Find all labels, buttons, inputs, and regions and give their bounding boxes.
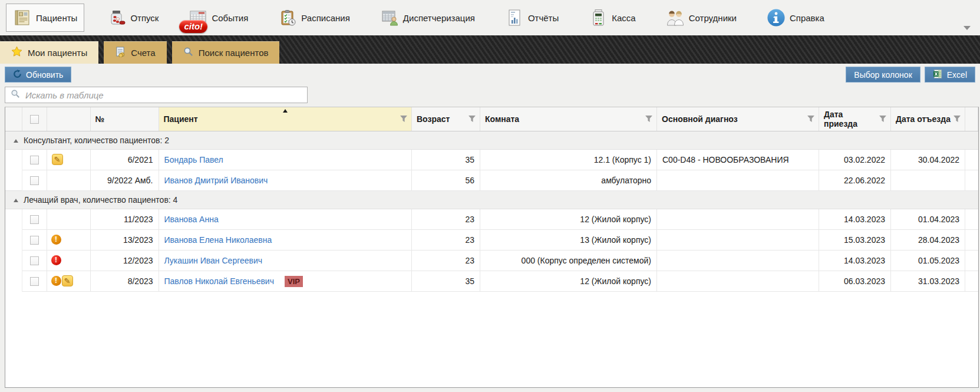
group-header-row[interactable]: Лечащий врач, количество пациентов: 4: [5, 190, 978, 209]
patient-row[interactable]: 9/2022 Амб.Иванов Дмитрий Иванович56амбу…: [5, 170, 978, 190]
header-tail: [965, 107, 978, 131]
diagnosis-cell: [657, 250, 819, 271]
age-cell: 56: [412, 170, 480, 190]
filter-icon[interactable]: [468, 115, 476, 125]
checkbox-cell: [22, 250, 47, 271]
edit-icon[interactable]: ✎: [62, 275, 73, 286]
filter-icon[interactable]: [400, 115, 408, 125]
warning-orange-icon: !: [51, 276, 61, 286]
row-checkbox[interactable]: [30, 156, 39, 164]
ribbon-item-employees[interactable]: Сотрудники: [659, 4, 744, 32]
row-checkbox[interactable]: [30, 176, 39, 185]
collapse-group-icon[interactable]: [14, 139, 18, 143]
group-header-row[interactable]: Консультант, количество пациентов: 2: [5, 131, 978, 149]
clipboard-clock-icon: [278, 8, 297, 27]
row-tail: [965, 250, 978, 271]
select-all-checkbox[interactable]: [30, 115, 39, 124]
ribbon-item-vacation[interactable]: Отпуск: [100, 4, 166, 32]
age-cell: 23: [412, 250, 480, 271]
header-icons-cell: [47, 107, 90, 131]
filter-icon[interactable]: [645, 115, 653, 125]
filter-icon[interactable]: [879, 115, 887, 125]
row-checkbox[interactable]: [30, 256, 39, 265]
arrival-date-cell: 14.03.2023: [819, 209, 891, 229]
filter-icon[interactable]: [953, 115, 961, 125]
tab-label: Счета: [131, 48, 155, 58]
column-header-age[interactable]: Возраст: [412, 107, 480, 131]
medicine-jar-icon: [107, 8, 126, 27]
search-input[interactable]: [25, 90, 302, 100]
patient-link[interactable]: Лукашин Иван Сергеевич: [164, 256, 263, 265]
column-header-number[interactable]: №: [90, 107, 159, 131]
diagnosis-cell: C00-D48 - НОВООБРАЗОВАНИЯ: [657, 149, 819, 170]
ribbon-item-label: Расписания: [301, 13, 349, 23]
patient-row[interactable]: !12/2023Лукашин Иван Сергеевич23000 (Кор…: [5, 250, 978, 271]
patient-link[interactable]: Иванова Анна: [164, 215, 219, 224]
patient-number-cell: 9/2022 Амб.: [90, 170, 159, 190]
row-tail: [965, 149, 978, 170]
tab-patient-search[interactable]: Поиск пациентов: [172, 41, 280, 64]
row-checkbox[interactable]: [30, 236, 39, 245]
arrival-date-cell: 14.03.2023: [819, 250, 891, 271]
row-checkbox[interactable]: [30, 215, 39, 224]
ribbon-item-schedules[interactable]: Расписания: [271, 4, 357, 32]
tab-invoices[interactable]: Счета: [104, 41, 166, 64]
column-header-departure[interactable]: Дата отъезда: [891, 107, 965, 131]
departure-date-cell: 31.03.2023: [891, 271, 965, 291]
room-cell: 000 (Корпус определен системой): [480, 250, 657, 271]
room-cell: 12.1 (Корпус 1): [480, 149, 657, 170]
ribbon-item-patients[interactable]: Пациенты: [6, 4, 84, 32]
status-icons-cell: [47, 170, 90, 190]
ribbon-item-dispatch[interactable]: Диспетчеризация: [373, 4, 482, 32]
arrival-date-cell: 22.06.2022: [819, 170, 891, 190]
row-tail: [965, 229, 978, 250]
ribbon-toolbar: Пациенты Отпуск cito! События Расписания…: [0, 0, 980, 35]
patient-link[interactable]: Бондарь Павел: [164, 155, 223, 164]
tab-my-patients[interactable]: Мои пациенты: [0, 41, 98, 64]
search-row: [0, 85, 980, 107]
status-icons-cell: !✎: [47, 271, 90, 291]
ribbon-item-cashier[interactable]: Касса: [582, 4, 642, 32]
refresh-icon: [13, 70, 22, 80]
patient-row[interactable]: 11/2023Иванова Анна2312 (Жилой корпус)14…: [5, 209, 978, 229]
patient-number-cell: 13/2023: [90, 229, 159, 250]
patient-number-cell: 6/2021: [90, 149, 159, 170]
checkbox-cell: [22, 271, 47, 291]
row-indent: [5, 271, 22, 291]
patient-number-cell: 8/2023: [90, 271, 159, 291]
patient-row[interactable]: !✎8/2023Павлов Николай ЕвгеньевичVIP3512…: [5, 271, 978, 291]
column-header-room[interactable]: Комната: [480, 107, 657, 131]
edit-icon[interactable]: ✎: [52, 154, 63, 165]
patient-row[interactable]: ✎6/2021Бондарь Павел3512.1 (Корпус 1)C00…: [5, 149, 978, 170]
ribbon-item-label: Касса: [612, 13, 635, 23]
invoice-icon: [115, 47, 126, 59]
patient-name-cell: Иванов Дмитрий Иванович: [159, 170, 412, 190]
excel-export-button[interactable]: Excel: [925, 67, 975, 83]
chevron-down-icon[interactable]: [963, 26, 971, 30]
column-header-diagnosis[interactable]: Основной диагноз: [657, 107, 819, 131]
row-checkbox[interactable]: [30, 277, 39, 286]
filter-icon[interactable]: [807, 115, 815, 125]
patient-link[interactable]: Иванов Дмитрий Иванович: [164, 176, 268, 185]
ribbon-item-reports[interactable]: Отчёты: [498, 4, 566, 32]
group-label: Консультант, количество пациентов: 2: [24, 136, 169, 145]
refresh-button[interactable]: Обновить: [5, 67, 71, 83]
patient-link[interactable]: Иванова Елена Николаевна: [164, 235, 272, 245]
excel-icon: [933, 69, 943, 81]
ribbon-item-label: Пациенты: [36, 13, 77, 23]
room-cell: 13 (Жилой корпус): [480, 229, 657, 250]
patient-card-icon: [13, 8, 32, 27]
patient-link[interactable]: Павлов Николай Евгеньевич: [164, 276, 274, 286]
collapse-group-icon[interactable]: [14, 199, 18, 202]
checkbox-cell: [22, 229, 47, 250]
patient-number-cell: 11/2023: [90, 209, 159, 229]
column-header-patient[interactable]: Пациент: [159, 107, 412, 131]
warning-orange-icon: !: [51, 235, 61, 245]
patient-row[interactable]: !13/2023Иванова Елена Николаевна2313 (Жи…: [5, 229, 978, 250]
ribbon-item-events[interactable]: cito! События: [182, 4, 255, 32]
choose-columns-button[interactable]: Выбор колонок: [846, 67, 920, 83]
column-header-arrival[interactable]: Дата приезда: [819, 107, 891, 131]
ribbon-item-help[interactable]: Справка: [760, 4, 831, 32]
header-indent: [5, 107, 22, 131]
age-cell: 35: [412, 149, 480, 170]
